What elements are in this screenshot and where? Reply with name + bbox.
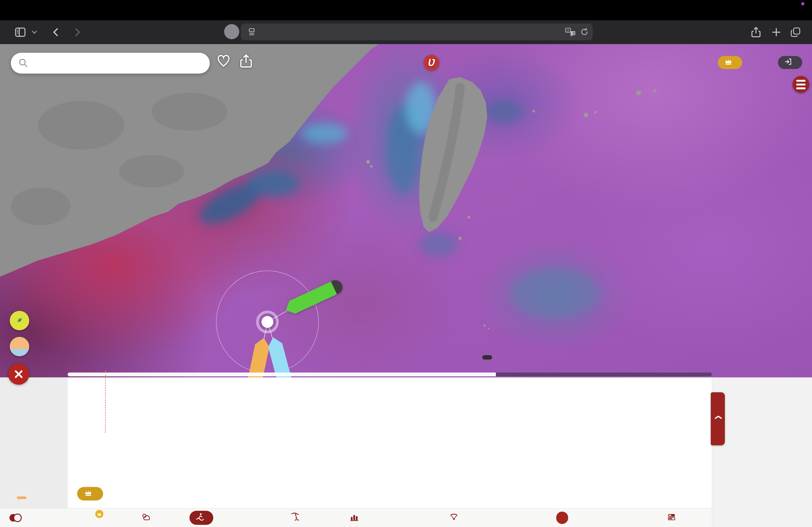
tab-basic[interactable] — [141, 508, 153, 527]
hourly-toggle[interactable] — [8, 508, 25, 527]
timeline-track-played[interactable] — [68, 372, 496, 376]
tab-meteogram[interactable] — [350, 508, 362, 527]
close-forecast-button[interactable] — [8, 364, 29, 385]
menu-button[interactable] — [793, 76, 809, 93]
timeline-now-marker — [105, 371, 106, 377]
leaf-icon — [16, 317, 23, 324]
windy-logo[interactable]: Ʋ — [424, 55, 444, 71]
new-tab-button[interactable] — [771, 27, 782, 38]
favorite-heart-button[interactable] — [217, 54, 231, 70]
meteogram-icon — [350, 512, 359, 524]
windy-logo-icon: Ʋ — [424, 55, 439, 71]
location-info-panel — [712, 377, 812, 527]
login-icon — [784, 58, 793, 68]
reader-icon[interactable] — [247, 27, 257, 37]
row-label-column — [0, 377, 68, 508]
macos-menubar — [0, 0, 812, 20]
map-share-button[interactable] — [239, 54, 253, 70]
login-button[interactable] — [778, 56, 802, 69]
map-land-geometry — [0, 44, 812, 377]
weather-map[interactable]: Ʋ — [0, 44, 812, 377]
chevron-right-icon: ❯ — [714, 415, 722, 420]
share-button[interactable] — [750, 27, 762, 38]
browser-toolbar — [0, 20, 812, 44]
timeline-track-future[interactable] — [496, 372, 712, 376]
chevron-down-icon[interactable] — [30, 28, 39, 36]
surfer-icon — [195, 512, 205, 524]
sidebar-toggle-icon[interactable] — [14, 26, 27, 39]
bottom-toolbar — [0, 508, 712, 527]
air-quality-badge[interactable] — [10, 311, 29, 330]
water-temp-badge — [17, 496, 27, 499]
model-ecmwf[interactable] — [556, 512, 568, 524]
windy-app: Ʋ — [0, 0, 812, 527]
address-bar[interactable] — [241, 24, 593, 40]
compare-button[interactable] — [667, 508, 679, 527]
recording-indicator-dot — [801, 2, 804, 5]
site-badge[interactable] — [224, 24, 239, 39]
weather-station-badge[interactable] — [10, 337, 29, 356]
forecast-now-line — [105, 377, 106, 433]
fifteen-day-forecast-tab[interactable]: ❯ — [711, 392, 725, 445]
map-search-box[interactable] — [11, 53, 210, 74]
search-icon — [18, 58, 28, 69]
hourly-premium-crown-icon — [95, 510, 103, 518]
tab-overview-button[interactable] — [790, 27, 801, 38]
forecast-panel — [0, 377, 712, 508]
premium-button[interactable] — [718, 56, 742, 69]
forward-button[interactable] — [72, 27, 82, 37]
search-input[interactable] — [32, 57, 203, 69]
reload-icon[interactable] — [580, 27, 589, 36]
location-marker[interactable] — [261, 316, 273, 328]
airgram-icon — [449, 512, 459, 524]
crown-icon — [84, 489, 92, 499]
back-button[interactable] — [51, 27, 61, 37]
translate-icon[interactable] — [565, 27, 576, 36]
tab-waves-tides[interactable] — [189, 511, 213, 525]
kitesurf-icon — [290, 512, 300, 524]
tide-premium-button[interactable] — [77, 487, 103, 500]
tab-airgram[interactable] — [449, 508, 461, 527]
timeline-time-bubble[interactable] — [482, 355, 492, 360]
crown-icon — [724, 58, 733, 67]
compare-icon — [667, 513, 676, 523]
basic-icon — [141, 512, 150, 524]
tab-wind[interactable] — [290, 508, 303, 527]
